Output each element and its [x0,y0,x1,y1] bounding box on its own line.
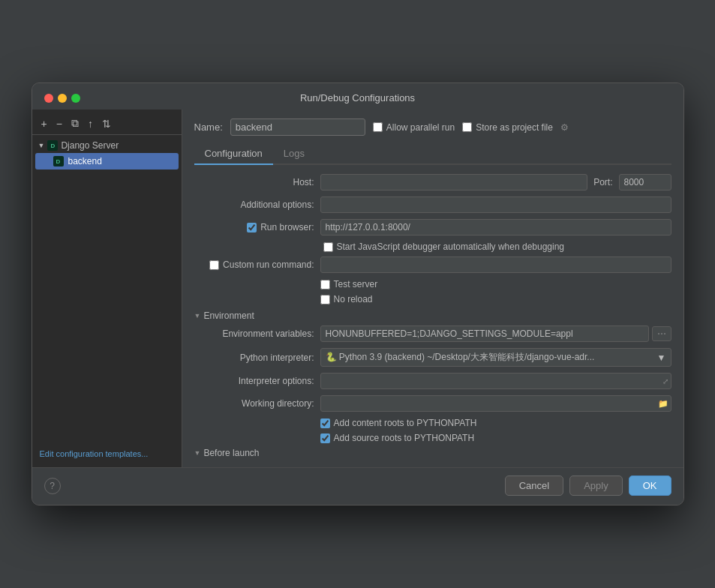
interpreter-options-input[interactable] [320,373,671,389]
python-interpreter-row: Python interpreter: 🐍 Python 3.9 (backen… [194,348,671,367]
bottom-buttons: Cancel Apply OK [505,476,671,496]
test-server-label[interactable]: Test server [320,279,378,290]
js-debugger-label[interactable]: Start JavaScript debugger automatically … [323,242,565,252]
host-port-row: Host: Port: [194,174,671,190]
form-area: Host: Port: Additional options: Run br [194,174,671,458]
name-input[interactable] [230,118,365,136]
test-server-row: Test server [194,279,671,290]
run-browser-row: Run browser: [194,219,671,236]
env-vars-edit-button[interactable]: ⋯ [652,326,671,341]
additional-label: Additional options: [194,200,314,210]
sort-config-button[interactable]: ⇅ [99,116,114,131]
no-reload-row: No reload [194,294,671,304]
add-source-roots-row: Add source roots to PYTHONPATH [194,433,671,443]
sidebar-toolbar: + − ⧉ ↑ ⇅ [32,112,182,135]
add-content-roots-checkbox[interactable] [320,418,330,428]
test-server-checkbox[interactable] [320,280,330,290]
cancel-button[interactable]: Cancel [505,476,563,496]
working-directory-input[interactable] [320,395,671,412]
interpreter-options-wrap: ⤢ [320,373,671,389]
custom-run-label[interactable]: Custom run command: [209,260,314,270]
close-button[interactable] [44,94,53,103]
tree-item-label: backend [68,156,102,166]
sidebar: + − ⧉ ↑ ⇅ ▼ D Django Server D backend Ed… [32,110,182,467]
ok-button[interactable]: OK [629,476,671,496]
python-interpreter-label: Python interpreter: [194,352,314,363]
tree-group: ▼ D Django Server [32,138,182,153]
before-launch-section[interactable]: ▼ Before launch [194,448,671,458]
environment-section[interactable]: ▼ Environment [194,310,671,321]
custom-run-checkbox[interactable] [209,260,219,270]
django-icon: D [47,140,58,151]
store-as-project-label[interactable]: Store as project file [462,122,553,133]
tabs: Configuration Logs [194,143,671,165]
python-select-arrow-icon: ▼ [657,352,666,363]
tab-configuration[interactable]: Configuration [194,143,273,165]
working-directory-wrap: 📁 [320,395,671,412]
run-browser-url-input[interactable] [320,219,671,236]
expand-icon[interactable]: ⤢ [662,377,668,386]
env-vars-input[interactable] [320,326,649,342]
python-interpreter-select[interactable]: 🐍 Python 3.9 (backend) ~/Desktop/大来智能科技/… [320,348,671,367]
port-label: Port: [593,177,612,188]
environment-arrow-icon: ▼ [194,312,201,320]
additional-options-row: Additional options: [194,196,671,213]
dialog-content: + − ⧉ ↑ ⇅ ▼ D Django Server D backend Ed… [32,110,683,467]
help-button[interactable]: ? [44,478,61,494]
run-debug-dialog: Run/Debug Configurations + − ⧉ ↑ ⇅ ▼ D D… [32,82,684,506]
working-directory-row: Working directory: 📁 [194,395,671,412]
run-browser-checkbox-wrap: Run browser: [194,222,314,232]
env-vars-label: Environment variables: [194,328,314,339]
working-directory-label: Working directory: [194,398,314,409]
folder-icon[interactable]: 📁 [658,399,668,409]
interpreter-options-label: Interpreter options: [194,376,314,386]
add-content-roots-row: Add content roots to PYTHONPATH [194,418,671,428]
add-config-button[interactable]: + [38,116,50,131]
custom-run-wrap: Custom run command: [194,260,314,270]
traffic-lights [44,94,80,103]
env-var-input-group: ⋯ [320,326,671,342]
main-panel: Name: Allow parallel run Store as projec… [182,110,683,467]
run-browser-label[interactable]: Run browser: [247,222,314,232]
tree-item-icon: D [53,156,64,166]
js-debugger-checkbox[interactable] [323,242,333,252]
additional-input[interactable] [320,196,671,213]
add-source-roots-checkbox[interactable] [320,434,330,443]
name-label: Name: [194,122,223,133]
add-source-roots-label[interactable]: Add source roots to PYTHONPATH [320,433,475,443]
host-input[interactable] [320,174,588,190]
allow-parallel-label[interactable]: Allow parallel run [373,122,455,133]
group-chevron-icon: ▼ [38,142,45,149]
no-reload-checkbox[interactable] [320,295,330,304]
before-launch-arrow-icon: ▼ [194,449,201,457]
add-content-roots-label[interactable]: Add content roots to PYTHONPATH [320,418,477,428]
custom-run-input[interactable] [320,256,671,273]
remove-config-button[interactable]: − [53,116,65,131]
env-vars-row: Environment variables: ⋯ [194,326,671,342]
name-row: Name: Allow parallel run Store as projec… [194,118,671,136]
apply-button[interactable]: Apply [569,476,623,496]
store-as-project-checkbox[interactable] [462,122,472,132]
dialog-title: Run/Debug Configurations [300,92,415,104]
copy-config-button[interactable]: ⧉ [68,116,82,131]
tab-logs[interactable]: Logs [273,143,315,165]
allow-parallel-checkbox[interactable] [373,122,383,132]
interpreter-options-row: Interpreter options: ⤢ [194,373,671,389]
gear-icon[interactable]: ⚙ [560,122,569,133]
minimize-button[interactable] [58,94,67,103]
tree-item-backend[interactable]: D backend [35,153,179,170]
title-bar: Run/Debug Configurations [32,83,683,110]
group-label: Django Server [61,140,119,151]
js-debugger-row: Start JavaScript debugger automatically … [194,242,671,252]
run-browser-checkbox[interactable] [247,223,257,232]
host-label: Host: [194,177,314,188]
maximize-button[interactable] [71,94,80,103]
custom-run-row: Custom run command: [194,256,671,273]
move-config-button[interactable]: ↑ [85,116,96,131]
bottom-bar: ? Cancel Apply OK [32,467,683,505]
no-reload-label[interactable]: No reload [320,294,373,304]
edit-templates-link[interactable]: Edit configuration templates... [32,443,182,464]
port-input[interactable] [619,174,671,190]
